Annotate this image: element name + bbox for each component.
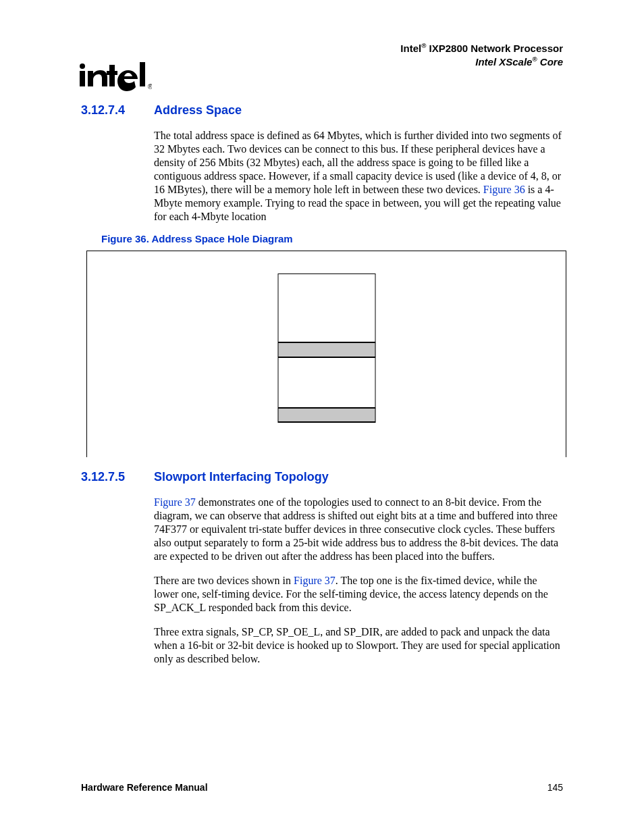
svg-point-0 xyxy=(80,63,85,69)
header-core-rest: Core xyxy=(537,56,563,68)
section-title: Slowport Interfacing Topology xyxy=(154,469,329,485)
page-footer: Hardware Reference Manual 145 xyxy=(81,782,563,794)
section-number: 3.12.7.5 xyxy=(81,469,154,485)
running-header: Intel® IXP2800 Network Processor Intel X… xyxy=(400,42,563,69)
section-number: 3.12.7.4 xyxy=(81,103,154,118)
figure-caption: Figure 36. Address Space Hole Diagram xyxy=(101,233,563,246)
svg-rect-4 xyxy=(140,62,145,86)
svg-rect-2 xyxy=(109,65,115,86)
svg-rect-3 xyxy=(107,71,117,75)
memory-region-empty-upper xyxy=(277,273,375,342)
figure-ref-link[interactable]: Figure 37 xyxy=(154,496,196,508)
para-section2-3: Three extra signals, SP_CP, SP_OE_L, and… xyxy=(154,625,563,666)
text: There are two devices shown in xyxy=(154,575,294,586)
figure-ref-link[interactable]: Figure 37 xyxy=(294,575,336,586)
memory-region-filled-lower xyxy=(277,408,375,423)
memory-diagram xyxy=(277,273,375,423)
footer-manual-title: Hardware Reference Manual xyxy=(81,782,208,794)
para-section1-1: The total address space is defined as 64… xyxy=(154,129,563,224)
svg-rect-1 xyxy=(80,71,85,86)
figure-address-space-hole xyxy=(86,251,566,457)
figure-ref-link[interactable]: Figure 36 xyxy=(483,184,525,195)
section-heading-slowport: 3.12.7.5 Slowport Interfacing Topology xyxy=(81,469,563,485)
memory-region-filled-upper xyxy=(277,342,375,357)
memory-region-hole xyxy=(277,357,375,408)
header-line1: Intel® IXP2800 Network Processor xyxy=(400,42,563,55)
section-heading-address-space: 3.12.7.4 Address Space xyxy=(81,103,563,118)
header-product: IXP2800 Network Processor xyxy=(426,43,563,54)
page: Intel® IXP2800 Network Processor Intel X… xyxy=(0,0,644,834)
svg-text:®: ® xyxy=(148,83,152,90)
text: demonstrates one of the topologies used … xyxy=(154,496,558,562)
header-line2: Intel XScale® Core xyxy=(400,55,563,69)
para-section2-1: Figure 37 demonstrates one of the topolo… xyxy=(154,496,563,563)
header-brand: Intel xyxy=(400,43,421,54)
section-title: Address Space xyxy=(154,103,242,118)
para-section2-2: There are two devices shown in Figure 37… xyxy=(154,574,563,615)
registered-icon: ® xyxy=(532,55,537,63)
page-number: 145 xyxy=(547,782,563,794)
intel-logo-icon: ® xyxy=(78,61,152,98)
header-core-prefix: Intel XScale xyxy=(475,56,532,68)
